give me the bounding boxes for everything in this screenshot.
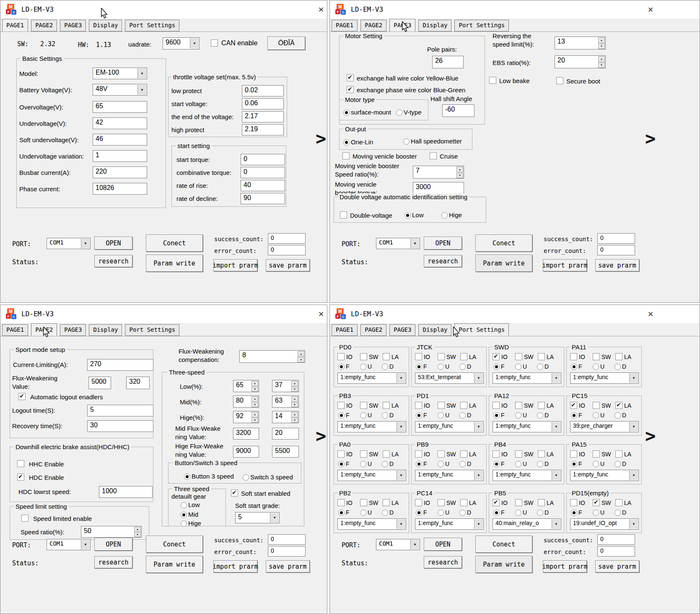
open-button[interactable]: OPEN	[94, 237, 132, 250]
u-radio[interactable]	[515, 461, 521, 467]
tab-port-settings[interactable]: Port Settings	[125, 324, 179, 336]
u-radio[interactable]	[438, 364, 444, 370]
surface-mount-radio[interactable]	[343, 109, 350, 116]
save-param-button[interactable]: save prarm	[595, 259, 639, 271]
chevron-down-icon[interactable]: ▼	[474, 519, 483, 529]
overflow-chevron-icon[interactable]: >	[316, 128, 326, 149]
connect-button[interactable]: Conect	[146, 234, 203, 252]
chevron-down-icon[interactable]: ▼	[552, 373, 560, 383]
tab-page1[interactable]: PAGE1	[2, 19, 28, 31]
soft-undervoltage-field[interactable]: 46	[93, 134, 147, 146]
spinner-down-icon[interactable]: ▼	[598, 62, 605, 68]
save-param-button[interactable]: save prarm	[595, 560, 639, 572]
chevron-down-icon[interactable]: ▼	[137, 68, 146, 78]
v-type-radio[interactable]	[396, 109, 402, 116]
mid-percent-spinner-2[interactable]: 63 ▲▼	[272, 395, 299, 408]
hige-flux-field-1[interactable]: 9000	[233, 446, 259, 458]
spinner-down-icon[interactable]: ▼	[456, 173, 463, 179]
recovery-time-field[interactable]: 30	[87, 420, 153, 432]
sw-checkbox[interactable]	[515, 353, 522, 360]
start-voltage-field[interactable]: 0.06	[242, 98, 284, 109]
f-radio[interactable]	[416, 412, 422, 419]
overflow-chevron-icon[interactable]: >	[645, 426, 656, 446]
port-func-select[interactable]: 1:empty_func▼	[493, 372, 561, 384]
switch-3-speed-radio[interactable]	[243, 474, 249, 481]
battery-voltage-select[interactable]: 48V ▼	[93, 84, 147, 96]
booster-speed-ratio-spinner[interactable]: 7 ▲▼	[413, 166, 464, 179]
start-torque-field[interactable]: 0	[241, 154, 285, 165]
import-param-button[interactable]: import prarm	[213, 560, 257, 572]
spinner-buttons[interactable]: ▲▼	[456, 166, 464, 178]
low-percent-spinner-1[interactable]: 65 ▲▼	[233, 380, 259, 392]
chevron-down-icon[interactable]: ▼	[474, 373, 483, 383]
exchange-phase-wire-checkbox[interactable]	[347, 86, 354, 93]
dv-hige-radio[interactable]	[441, 212, 448, 219]
chevron-down-icon[interactable]: ▼	[552, 422, 560, 432]
tab-display[interactable]: Display	[418, 324, 451, 336]
port-func-select[interactable]: 1:empty_func▼	[337, 421, 406, 432]
chevron-down-icon[interactable]: ▼	[552, 471, 560, 480]
io-checkbox[interactable]	[337, 353, 345, 360]
la-checkbox[interactable]	[460, 499, 467, 506]
port-func-select[interactable]: 1:empty_func▼	[570, 372, 639, 384]
f-radio[interactable]	[571, 364, 577, 370]
port-func-select[interactable]: 39:pre_charger▼	[570, 421, 639, 432]
spinner-up-icon[interactable]: ▲	[251, 396, 258, 402]
automatic-logout-checkbox[interactable]	[18, 393, 26, 400]
u-radio[interactable]	[360, 510, 366, 516]
undervoltage-field[interactable]: 42	[93, 117, 147, 129]
tab-page1[interactable]: PAGE1	[332, 20, 358, 31]
chevron-down-icon[interactable]: ▼	[270, 513, 279, 523]
sw-checkbox[interactable]	[593, 450, 600, 458]
la-checkbox[interactable]	[615, 402, 622, 409]
research-button[interactable]: research	[94, 556, 132, 568]
overflow-chevron-icon[interactable]: >	[645, 128, 656, 149]
d-radio[interactable]	[614, 412, 621, 419]
high-protect-field[interactable]: 2.19	[242, 124, 284, 135]
speed-limited-checkbox[interactable]	[21, 515, 29, 522]
undervoltage-variation-field[interactable]: 1	[93, 150, 147, 162]
sw-checkbox[interactable]	[593, 499, 600, 506]
chevron-down-icon[interactable]: ▼	[629, 471, 638, 480]
io-checkbox[interactable]	[570, 353, 577, 360]
spinner-up-icon[interactable]: ▲	[251, 381, 258, 386]
gear-hige-radio[interactable]	[181, 520, 187, 527]
soft-start-checkbox[interactable]	[231, 489, 238, 497]
spinner-down-icon[interactable]: ▼	[291, 387, 298, 392]
spinner-down-icon[interactable]: ▼	[251, 418, 258, 423]
d-radio[interactable]	[614, 364, 621, 370]
u-radio[interactable]	[438, 461, 444, 467]
error-count-field[interactable]: 0	[268, 245, 306, 255]
sw-checkbox[interactable]	[515, 499, 522, 506]
u-radio[interactable]	[593, 461, 599, 467]
connect-button[interactable]: Conect	[475, 234, 532, 252]
overvoltage-field[interactable]: 65	[93, 101, 147, 113]
spinner-down-icon[interactable]: ▼	[291, 418, 298, 423]
sw-checkbox[interactable]	[360, 450, 367, 458]
d-radio[interactable]	[459, 412, 466, 419]
close-icon[interactable]: ✕	[316, 4, 327, 15]
port-select[interactable]: COM1 ▼	[47, 539, 91, 550]
spinner-up-icon[interactable]: ▲	[251, 412, 258, 417]
d-radio[interactable]	[459, 364, 466, 370]
d-radio[interactable]	[537, 510, 543, 516]
sw-checkbox[interactable]	[515, 402, 522, 409]
f-radio[interactable]	[338, 461, 345, 467]
tab-page3[interactable]: PAGE3	[389, 19, 415, 31]
d-radio[interactable]	[614, 510, 621, 516]
phase-current-field[interactable]: 10826	[93, 183, 147, 195]
param-write-button[interactable]: Param write	[475, 255, 532, 272]
hdc-enable-checkbox[interactable]	[17, 474, 24, 481]
spinner-up-icon[interactable]: ▲	[598, 56, 605, 62]
tab-page3[interactable]: PAGE3	[389, 324, 415, 336]
sw-checkbox[interactable]	[360, 499, 367, 506]
u-radio[interactable]	[438, 510, 444, 516]
spinner-down-icon[interactable]: ▼	[251, 402, 258, 408]
chevron-down-icon[interactable]: ▼	[410, 239, 419, 248]
u-radio[interactable]	[515, 364, 521, 370]
low-beake-checkbox[interactable]	[489, 77, 496, 84]
d-radio[interactable]	[382, 364, 388, 370]
f-radio[interactable]	[571, 510, 577, 516]
research-button[interactable]: research	[94, 255, 132, 267]
connect-button[interactable]: Conect	[475, 536, 532, 553]
